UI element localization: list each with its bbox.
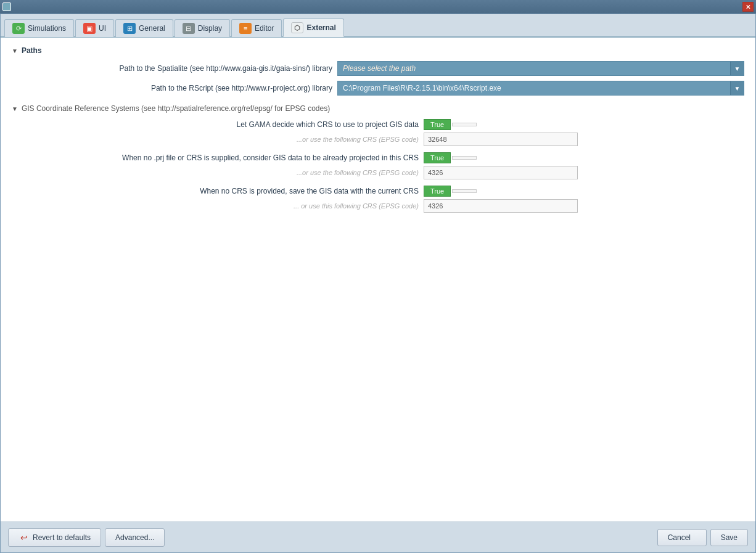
rscript-dropdown[interactable]: C:\Program Files\R\R-2.15.1\bin\x64\Rscr… — [337, 81, 744, 96]
crs-row3-toggle-group: True — [424, 186, 744, 197]
rscript-value: C:\Program Files\R\R-2.15.1\bin\x64\Rscr… — [337, 81, 744, 96]
advanced-label: Advanced... — [115, 533, 154, 542]
editor-icon: ≡ — [239, 23, 252, 34]
display-icon: ⊟ — [183, 23, 195, 34]
rscript-label: Path to the RScript (see http://www.r-pr… — [24, 84, 332, 92]
crs-row3-true-btn[interactable]: True — [424, 186, 451, 197]
crs-row1-true-btn[interactable]: True — [424, 119, 451, 130]
rscript-dropdown-arrow[interactable]: ▼ — [730, 81, 744, 95]
revert-icon — [18, 533, 30, 543]
crs-row2: When no .prj file or CRS is supplied, co… — [12, 152, 744, 163]
title-bar: ✕ — [0, 0, 756, 14]
tab-external[interactable]: ⬡ External — [283, 18, 343, 37]
crs-row2-toggle: True — [424, 152, 744, 163]
crs-row3-epsg: ... or use this following CRS (EPSG code… — [12, 199, 744, 213]
advanced-button[interactable]: Advanced... — [105, 528, 165, 547]
crs-row2-epsg: ...or use the following CRS (EPSG code) — [12, 166, 744, 179]
bottom-left-buttons: Revert to defaults Advanced... — [8, 528, 165, 547]
bottom-bar: Revert to defaults Advanced... Cancel Sa… — [1, 522, 755, 552]
title-bar-left — [2, 2, 11, 11]
crs-row1: Let GAMA decide which CRS to use to proj… — [12, 119, 744, 130]
main-window: ⟳ Simulations ▣ UI ⊞ General ⊟ Display ≡… — [0, 14, 756, 553]
crs-row1-toggle: True — [424, 119, 744, 130]
paths-section-header[interactable]: ▼ Paths — [12, 46, 744, 55]
crs-row3-toggle: True — [424, 186, 744, 197]
simulations-icon: ⟳ — [12, 23, 25, 34]
spatialite-label: Path to the Spatialite (see http://www.g… — [24, 64, 332, 73]
bottom-right-buttons: Cancel Save — [657, 529, 748, 546]
crs-row1-toggle-group: True — [424, 119, 744, 130]
crs-row1-epsg-input[interactable] — [424, 133, 578, 146]
spatialite-path-text: Please select the path — [338, 64, 730, 73]
save-label: Save — [721, 533, 738, 542]
save-button[interactable]: Save — [710, 529, 748, 546]
gis-crs-label: GIS Coordinate Reference Systems (see ht… — [22, 104, 330, 113]
tab-ui[interactable]: ▣ UI — [75, 19, 114, 37]
crs-row2-epsg-label: ...or use the following CRS (EPSG code) — [24, 169, 419, 176]
tab-display-label: Display — [198, 24, 222, 33]
revert-label: Revert to defaults — [33, 533, 91, 542]
crs-row1-label: Let GAMA decide which CRS to use to proj… — [24, 120, 419, 129]
rscript-path-text: C:\Program Files\R\R-2.15.1\bin\x64\Rscr… — [338, 84, 730, 92]
external-icon: ⬡ — [291, 22, 303, 33]
spatialite-dropdown-arrow[interactable]: ▼ — [730, 62, 744, 75]
general-icon: ⊞ — [123, 23, 136, 34]
gis-crs-section-header[interactable]: ▼ GIS Coordinate Reference Systems (see … — [12, 104, 744, 113]
crs-row2-label: When no .prj file or CRS is supplied, co… — [24, 154, 419, 162]
ui-icon: ▣ — [83, 23, 96, 34]
crs-row3-epsg-label: ... or use this following CRS (EPSG code… — [24, 202, 419, 210]
crs-row3-false-btn[interactable] — [452, 189, 477, 193]
crs-row3: When no CRS is provided, save the GIS da… — [12, 186, 744, 197]
cancel-label: Cancel — [668, 533, 691, 542]
content-area: ▼ Paths Path to the Spatialite (see http… — [1, 38, 755, 522]
crs-row1-epsg: ...or use the following CRS (EPSG code) — [12, 133, 744, 146]
crs-row1-epsg-label: ...or use the following CRS (EPSG code) — [24, 136, 419, 143]
cancel-button[interactable]: Cancel — [657, 529, 707, 546]
gis-crs-arrow: ▼ — [12, 105, 18, 112]
spatialite-row: Path to the Spatialite (see http://www.g… — [12, 61, 744, 76]
tab-simulations[interactable]: ⟳ Simulations — [4, 19, 74, 37]
crs-row2-false-btn[interactable] — [452, 156, 477, 160]
crs-row2-toggle-group: True — [424, 152, 744, 163]
tab-general[interactable]: ⊞ General — [115, 19, 173, 37]
tab-external-label: External — [306, 23, 335, 32]
crs-row2-epsg-input[interactable] — [424, 166, 578, 179]
crs-row3-epsg-input[interactable] — [424, 199, 578, 213]
app-icon — [2, 2, 11, 11]
spatialite-value: Please select the path ▼ — [337, 61, 744, 76]
paths-label: Paths — [22, 46, 42, 55]
tab-bar: ⟳ Simulations ▣ UI ⊞ General ⊟ Display ≡… — [1, 14, 755, 38]
tab-simulations-label: Simulations — [28, 24, 66, 33]
spatialite-dropdown[interactable]: Please select the path ▼ — [337, 61, 744, 76]
tab-display[interactable]: ⊟ Display — [175, 19, 230, 37]
rscript-row: Path to the RScript (see http://www.r-pr… — [12, 81, 744, 96]
crs-row2-true-btn[interactable]: True — [424, 152, 451, 163]
tab-editor-label: Editor — [255, 24, 274, 33]
paths-arrow: ▼ — [12, 47, 18, 54]
tab-editor[interactable]: ≡ Editor — [231, 19, 282, 37]
tab-general-label: General — [139, 24, 165, 33]
crs-row3-label: When no CRS is provided, save the GIS da… — [24, 187, 419, 195]
tab-ui-label: UI — [99, 24, 106, 33]
crs-row1-false-btn[interactable] — [452, 123, 477, 126]
close-button[interactable]: ✕ — [742, 2, 754, 12]
revert-defaults-button[interactable]: Revert to defaults — [8, 528, 101, 547]
